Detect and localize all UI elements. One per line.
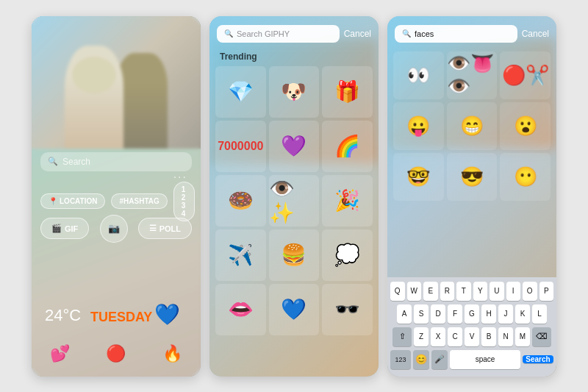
sticker-million[interactable]: 7000000 — [215, 121, 266, 172]
key-A[interactable]: A — [397, 304, 412, 324]
eyes-icon: 👁️✨ — [269, 177, 320, 225]
num-key[interactable]: 123 — [390, 350, 411, 369]
burger-icon: 🍔 — [281, 243, 306, 267]
key-X[interactable]: X — [431, 327, 445, 346]
face-sticker-1[interactable]: 👀 — [393, 51, 444, 99]
delete-key[interactable]: ⌫ — [532, 327, 551, 346]
shift-key[interactable]: ⇧ — [392, 327, 412, 346]
face-sticker-4[interactable]: 😛 — [393, 102, 444, 150]
face-sticker-3[interactable]: 🔴✂️ — [500, 51, 551, 99]
mic-key[interactable]: 🎤 — [431, 350, 448, 369]
fire-icon: 🔥 — [162, 344, 182, 363]
party-icon: 🎉 — [334, 188, 360, 213]
key-H[interactable]: H — [481, 304, 496, 324]
screen-3: 🔍 faces Cancel 👀 👁️👅👁️ 🔴✂️ 😛 😁 😮 🤓 😎 😶 Q… — [387, 16, 556, 377]
key-S[interactable]: S — [414, 304, 429, 324]
sticker-party[interactable]: 🎉 — [322, 175, 373, 227]
face-sticker-grid: 👀 👁️👅👁️ 🔴✂️ 😛 😁 😮 🤓 😎 😶 — [393, 51, 551, 201]
location-sticker[interactable]: 📍 LOCATION — [40, 193, 105, 209]
key-Z[interactable]: Z — [414, 327, 429, 346]
poll-icon: ☰ — [149, 224, 157, 233]
camera-button[interactable]: 📷 — [100, 215, 128, 243]
key-K[interactable]: K — [515, 304, 530, 324]
key-C[interactable]: C — [448, 327, 462, 346]
face5-icon: 😁 — [460, 115, 484, 138]
key-J[interactable]: J — [498, 304, 513, 324]
search-icon: 🔍 — [48, 157, 58, 166]
face3-icon: 🔴✂️ — [502, 64, 549, 87]
poll-button[interactable]: ☰ POLL — [138, 218, 192, 239]
emoji-key[interactable]: 😊 — [413, 350, 429, 369]
key-W[interactable]: W — [407, 282, 422, 301]
key-E[interactable]: E — [423, 282, 438, 301]
face4-icon: 😛 — [406, 115, 430, 138]
face-sticker-6[interactable]: 😮 — [500, 102, 551, 150]
gif-label: GIF — [65, 224, 78, 233]
giphy-search-input[interactable]: 🔍 Search GIPHY — [217, 25, 340, 43]
location-label: LOCATION — [60, 197, 97, 205]
key-Q[interactable]: Q — [390, 282, 405, 301]
search-button[interactable]: Search — [523, 355, 553, 363]
sticker-blue-heart[interactable]: 💙 — [269, 284, 320, 335]
s3-search-bar: 🔍 faces Cancel — [395, 25, 549, 43]
keyboard-row-3: ⇧ Z X C V B N M ⌫ — [390, 327, 553, 346]
key-L[interactable]: L — [532, 304, 547, 324]
key-O[interactable]: O — [523, 282, 537, 301]
cloud-icon: 💭 — [334, 243, 360, 267]
search-icon: 🔍 — [224, 29, 233, 38]
key-Y[interactable]: Y — [473, 282, 488, 301]
gif-icon: 🎬 — [51, 224, 62, 233]
sticker-burger[interactable]: 🍔 — [269, 229, 320, 281]
face9-icon: 😶 — [514, 165, 537, 188]
search-icon: 🔍 — [402, 29, 411, 38]
key-P[interactable]: P — [539, 282, 554, 301]
key-F[interactable]: F — [448, 304, 462, 324]
sticker-heart[interactable]: 💜 — [269, 121, 320, 172]
key-M[interactable]: M — [515, 327, 530, 346]
key-D[interactable]: D — [431, 304, 445, 324]
location-icon: 📍 — [49, 197, 57, 205]
key-B[interactable]: B — [481, 327, 496, 346]
sticker-cloud[interactable]: 💭 — [322, 229, 373, 281]
s2-cancel-button[interactable]: Cancel — [344, 29, 371, 39]
key-T[interactable]: T — [456, 282, 471, 301]
giphy-sticker-grid: 💎 🐶 🎁 7000000 💜 🌈 🍩 👁️✨ 🎉 ✈️ 🍔 💭 👄 💙 🕶️ — [215, 66, 373, 335]
crystal-icon: 💎 — [228, 79, 254, 104]
face-sticker-7[interactable]: 🤓 — [393, 153, 444, 201]
counter-label: 1 2 3 4 — [182, 185, 187, 218]
temperature-display: 24°C — [45, 306, 81, 325]
hearts-icon: 💕 — [50, 344, 70, 363]
sticker-donut[interactable]: 🍩 — [215, 175, 266, 227]
face7-icon: 🤓 — [406, 165, 430, 188]
hashtag-sticker[interactable]: #HASHTAG — [111, 193, 167, 209]
s1-search-bar[interactable]: 🔍 Search — [40, 152, 192, 171]
key-U[interactable]: U — [490, 282, 504, 301]
blue-heart-icon: 💙 — [281, 297, 306, 321]
faces-search-input[interactable]: 🔍 faces — [395, 25, 517, 43]
face-sticker-5[interactable]: 😁 — [447, 102, 498, 150]
face-sticker-8[interactable]: 😎 — [447, 153, 498, 201]
s3-cancel-button[interactable]: Cancel — [522, 29, 549, 39]
sticker-crystal[interactable]: 💎 — [215, 66, 266, 118]
sticker-rainbow[interactable]: 🌈 — [322, 121, 373, 172]
face1-icon: 👀 — [406, 64, 430, 87]
sticker-eyes[interactable]: 👁️✨ — [269, 175, 320, 227]
face-sticker-9[interactable]: 😶 — [500, 153, 551, 201]
sticker-sunglasses[interactable]: 🕶️ — [322, 284, 373, 335]
gif-button[interactable]: 🎬 GIF — [40, 218, 89, 239]
giphy-search-placeholder: Search GIPHY — [237, 29, 290, 38]
space-label: space — [476, 355, 495, 363]
key-N[interactable]: N — [498, 327, 513, 346]
space-key[interactable]: space — [450, 350, 520, 369]
sticker-plane[interactable]: ✈️ — [215, 229, 266, 281]
keyboard: Q W E R T Y U I O P A S D F G H J K L ⇧ … — [387, 277, 556, 377]
sticker-lips[interactable]: 👄 — [215, 284, 266, 335]
key-I[interactable]: I — [506, 282, 521, 301]
key-R[interactable]: R — [440, 282, 455, 301]
face-sticker-2[interactable]: 👁️👅👁️ — [447, 51, 498, 99]
key-G[interactable]: G — [465, 304, 479, 324]
key-V[interactable]: V — [465, 327, 479, 346]
sticker-dog[interactable]: 🐶 — [269, 66, 320, 118]
rainbow-icon: 🌈 — [334, 134, 360, 158]
sticker-gift[interactable]: 🎁 — [322, 66, 373, 118]
